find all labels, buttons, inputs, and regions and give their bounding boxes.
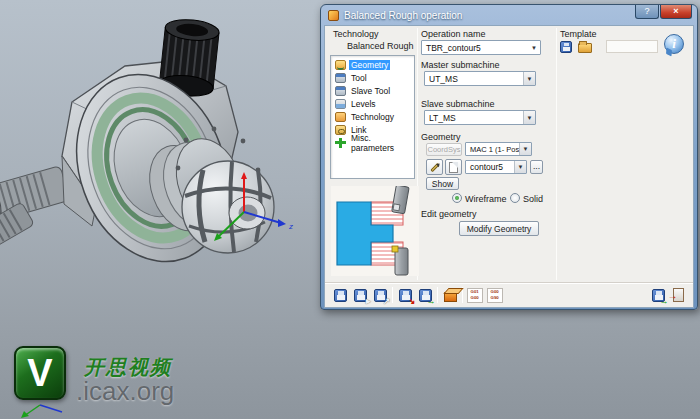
svg-text:z: z: [288, 222, 293, 231]
modify-geometry-button[interactable]: Modify Geometry: [459, 221, 539, 236]
master-submachine-label: Master submachine: [421, 60, 500, 70]
geometry-name-combobox[interactable]: contour5 ▼: [465, 160, 527, 174]
simulate-cube-icon: [444, 292, 457, 302]
wireframe-radio[interactable]: [452, 193, 462, 203]
tree-item-geometry[interactable]: Geometry: [331, 58, 414, 71]
operation-name-label: Operation name: [421, 29, 486, 39]
chevron-down-icon[interactable]: ▼: [523, 111, 535, 124]
icax-logo: V: [14, 346, 66, 400]
save-calculate-button[interactable]: ↘: [395, 285, 415, 305]
gcode-button[interactable]: G01G00: [465, 285, 485, 305]
close-button[interactable]: ×: [660, 5, 692, 19]
toolbar-separator: [462, 287, 463, 303]
operation-tree: Geometry Tool Slave Tool Levels Technolo…: [330, 55, 415, 179]
dialog-title: Balanced Rough operation: [344, 10, 462, 21]
gcode-all-button[interactable]: G00G90: [485, 285, 505, 305]
geometry-icon: [335, 60, 346, 70]
edit-geometry-label: Edit geometry: [421, 209, 477, 219]
link-icon: [335, 125, 346, 135]
browse-geometry-button[interactable]: ...: [530, 160, 543, 174]
solid-radio[interactable]: [510, 193, 520, 203]
save-arrow-icon: ↗: [374, 289, 387, 302]
technology-folder-icon: [335, 112, 346, 122]
tree-item-slave-tool[interactable]: Slave Tool: [331, 84, 414, 97]
chevron-down-icon[interactable]: ▼: [519, 143, 531, 155]
save-as-template-button[interactable]: ↗: [370, 285, 390, 305]
coordsys-combobox[interactable]: MAC 1 (1- Position) ▼: [465, 142, 532, 156]
save-template-icon[interactable]: [560, 41, 572, 53]
toolbar-separator: [392, 287, 393, 303]
master-submachine-combobox[interactable]: UT_MS ▼: [424, 71, 536, 86]
technology-value: Balanced Rough: [347, 41, 414, 51]
tool-icon: [335, 86, 346, 96]
slave-submachine-label: Slave submachine: [421, 99, 495, 109]
geometry-section-label: Geometry: [421, 132, 461, 142]
template-label: Template: [560, 29, 597, 39]
screen: z V 开思视频 .icax.org Balanced Rough operat…: [0, 0, 700, 419]
template-field[interactable]: [606, 40, 658, 53]
dialog-titlebar[interactable]: Balanced Rough operation ? ×: [324, 5, 694, 25]
edit-geometry-pencil-button[interactable]: [426, 159, 443, 175]
gcode-icon: G00G90: [487, 288, 503, 303]
open-template-icon[interactable]: [578, 43, 592, 53]
tool-icon: [335, 73, 346, 83]
watermark-site-text: .icax.org: [76, 376, 174, 407]
dialog-body: Technology Balanced Rough Geometry Tool …: [324, 25, 694, 308]
save-exit-button[interactable]: →: [648, 285, 668, 305]
column-separator: [556, 28, 557, 280]
solid-label: Solid: [523, 194, 543, 204]
chevron-down-icon[interactable]: ▼: [523, 72, 535, 85]
operation-name-combobox[interactable]: TBR_contour5 ▼: [421, 40, 541, 55]
simulate-button[interactable]: [440, 285, 460, 305]
dialog-toolbar: ▸ ↗ ↘ → G01G00: [325, 282, 693, 307]
levels-icon: [335, 99, 346, 109]
tree-item-misc-parameters[interactable]: Misc. parameters: [331, 136, 414, 149]
save-all-button[interactable]: ▸: [350, 285, 370, 305]
turning-preview-diagram: [331, 186, 419, 276]
tree-item-tool[interactable]: Tool: [331, 71, 414, 84]
pencil-icon: [430, 162, 439, 171]
save-green-arrow-icon: →: [419, 289, 432, 302]
show-button[interactable]: Show: [426, 177, 459, 190]
wireframe-label: Wireframe: [465, 194, 507, 204]
coordsys-button[interactable]: CoordSys: [426, 143, 462, 156]
info-icon[interactable]: i: [664, 34, 684, 54]
view-triad: [21, 405, 62, 418]
save-button[interactable]: [330, 285, 350, 305]
technology-label: Technology: [333, 29, 379, 39]
upper-tool-icon: [392, 186, 409, 214]
help-button[interactable]: ?: [635, 5, 659, 19]
save-green-arrow-icon: →: [652, 289, 665, 302]
slave-submachine-combobox[interactable]: LT_MS ▼: [424, 110, 536, 125]
save-icon: [334, 289, 347, 302]
tree-item-technology[interactable]: Technology: [331, 110, 414, 123]
save-red-arrow-icon: ↘: [399, 289, 412, 302]
new-geometry-button[interactable]: [445, 159, 462, 175]
save-calculate-exit-button[interactable]: →: [415, 285, 435, 305]
balanced-rough-dialog: Balanced Rough operation ? × Technology …: [320, 4, 698, 310]
save-copy-icon: ▸: [354, 289, 367, 302]
exit-button[interactable]: →: [668, 285, 688, 305]
new-page-icon: [449, 162, 458, 173]
gcode-icon: G01G00: [467, 288, 483, 303]
tree-item-levels[interactable]: Levels: [331, 97, 414, 110]
toolbar-separator: [437, 287, 438, 303]
operation-icon: [328, 10, 339, 21]
chevron-down-icon[interactable]: ▼: [528, 41, 540, 54]
exit-door-icon: →: [673, 288, 684, 302]
plus-icon: [335, 138, 346, 148]
chevron-down-icon[interactable]: ▼: [514, 161, 526, 173]
